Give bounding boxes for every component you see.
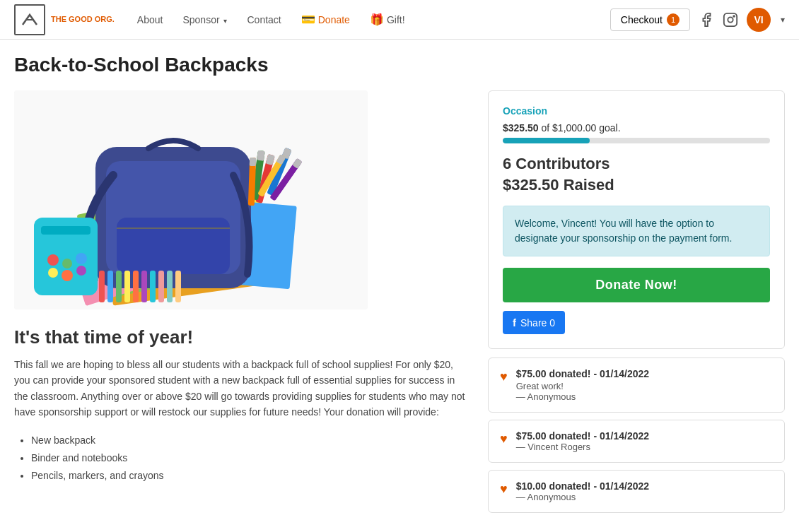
nav-right: Checkout 1 VI ▾ [610, 8, 785, 32]
nav-links: About Sponsor ▾ Contact 💳 Donate 🎁 Gift! [129, 7, 610, 32]
donate-now-button[interactable]: Donate Now! [503, 268, 770, 302]
donation-card-2: ♥ $10.00 donated! - 01/14/2022 — Anonymo… [488, 470, 785, 513]
logo-text: THE GOOD ORG. [51, 15, 115, 24]
donation-info-1: $75.00 donated! - 01/14/2022 — Vincent R… [516, 430, 649, 452]
donation-card-1: ♥ $75.00 donated! - 01/14/2022 — Vincent… [488, 420, 785, 463]
facebook-share-button[interactable]: f Share 0 [503, 311, 565, 334]
occasion-label: Occasion [503, 105, 770, 117]
checkout-button[interactable]: Checkout 1 [610, 8, 690, 31]
list-item: Binder and notebooks [31, 449, 471, 467]
progress-bar-fill [503, 138, 590, 143]
svg-rect-14 [117, 218, 230, 274]
campaign-image [14, 90, 368, 309]
svg-rect-41 [141, 271, 147, 302]
svg-rect-40 [133, 271, 139, 302]
campaign-list: New backpack Binder and notebooks Pencil… [14, 432, 471, 485]
svg-point-31 [62, 259, 72, 268]
current-amount: $325.50 [503, 122, 539, 134]
fb-share-label: Share 0 [520, 317, 555, 329]
contributors-count: 6 Contributors [503, 155, 770, 173]
campaign-headline: It's that time of year! [14, 326, 471, 348]
donation-amount-0: $75.00 donated! - 01/14/2022 [516, 368, 649, 379]
svg-point-34 [62, 270, 73, 281]
facebook-icon[interactable] [699, 12, 714, 28]
svg-point-33 [48, 268, 58, 278]
svg-point-30 [47, 254, 59, 266]
nav-about[interactable]: About [129, 8, 172, 31]
fb-icon: f [513, 317, 516, 329]
donation-info-0: $75.00 donated! - 01/14/2022 Great work!… [516, 368, 649, 402]
svg-rect-29 [41, 226, 91, 235]
right-column: Occasion $325.50 of $1,000.00 goal. 6 Co… [488, 90, 785, 520]
donation-message-0: Great work! [516, 381, 649, 391]
welcome-message: Welcome, Vincent! You will have the opti… [503, 206, 770, 256]
svg-point-3 [733, 16, 735, 17]
content-layout: It's that time of year! This fall we are… [14, 90, 785, 520]
donation-info-2: $10.00 donated! - 01/14/2022 — Anonymous [516, 480, 649, 502]
nav-gift[interactable]: 🎁 Gift! [361, 7, 414, 32]
svg-rect-25 [250, 158, 256, 166]
donation-donor-0: — Anonymous [516, 391, 649, 402]
svg-rect-38 [116, 271, 122, 302]
donation-amount-1: $75.00 donated! - 01/14/2022 [516, 430, 649, 442]
main-content: Back-to-School Backpacks [0, 40, 799, 532]
nav-donate[interactable]: 💳 Donate [293, 7, 358, 32]
donation-donor-2: — Anonymous [516, 492, 649, 502]
svg-rect-39 [124, 271, 130, 302]
heart-icon: ♥ [500, 370, 508, 384]
logo-box [14, 4, 45, 35]
logo-icon [19, 9, 40, 30]
svg-point-2 [728, 17, 733, 22]
svg-rect-37 [107, 271, 113, 302]
nav-sponsor[interactable]: Sponsor ▾ [174, 8, 235, 31]
gift-icon: 🎁 [370, 13, 384, 26]
logo[interactable]: THE GOOD ORG. [14, 4, 115, 35]
avatar[interactable]: VI [747, 8, 771, 32]
svg-rect-44 [167, 271, 173, 302]
donation-donor-1: — Vincent Rogers [516, 442, 649, 452]
heart-icon: ♥ [500, 432, 508, 447]
goal-amount-text: of $1,000.00 goal. [542, 122, 621, 134]
checkout-badge: 1 [667, 13, 680, 26]
sponsor-dropdown-icon: ▾ [223, 17, 227, 25]
svg-rect-1 [724, 13, 737, 25]
svg-point-35 [76, 266, 86, 276]
nav-contact[interactable]: Contact [238, 8, 289, 31]
nav-gift-label: Gift! [387, 14, 405, 25]
backpack-illustration [14, 90, 368, 309]
nav-donate-label: Donate [318, 14, 350, 25]
progress-bar [503, 138, 770, 143]
svg-rect-36 [99, 271, 105, 302]
left-column: It's that time of year! This fall we are… [14, 90, 471, 520]
svg-rect-21 [257, 150, 265, 161]
avatar-dropdown-icon[interactable]: ▾ [781, 15, 785, 25]
svg-rect-43 [158, 271, 164, 302]
donation-panel: Occasion $325.50 of $1,000.00 goal. 6 Co… [488, 90, 785, 349]
goal-text: $325.50 of $1,000.00 goal. [503, 122, 770, 134]
campaign-body: This fall we are hoping to bless all our… [14, 357, 471, 420]
svg-rect-45 [175, 271, 181, 302]
svg-rect-42 [150, 271, 156, 302]
heart-icon: ♥ [500, 482, 508, 497]
navbar: THE GOOD ORG. About Sponsor ▾ Contact 💳 … [0, 0, 799, 40]
donation-amount-2: $10.00 donated! - 01/14/2022 [516, 480, 649, 492]
donation-card-0: ♥ $75.00 donated! - 01/14/2022 Great wor… [488, 357, 785, 413]
list-item: Pencils, markers, and crayons [31, 467, 471, 485]
donate-card-icon: 💳 [301, 13, 315, 26]
list-item: New backpack [31, 432, 471, 449]
checkout-label: Checkout [621, 14, 663, 25]
svg-point-32 [76, 253, 87, 264]
instagram-icon[interactable] [723, 12, 738, 28]
page-title: Back-to-School Backpacks [14, 54, 785, 76]
raised-amount: $325.50 Raised [503, 176, 770, 194]
